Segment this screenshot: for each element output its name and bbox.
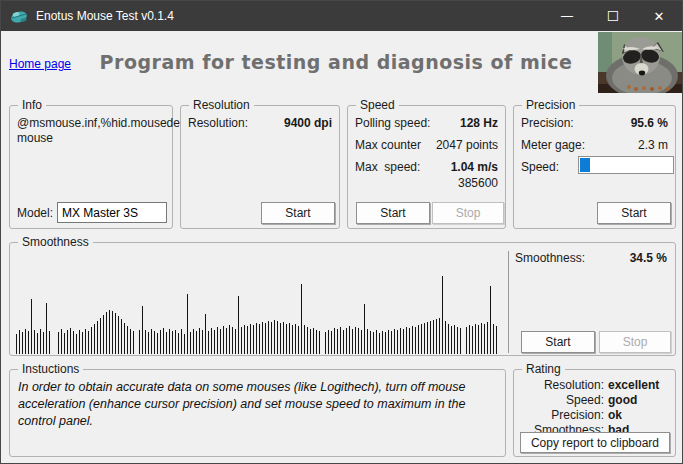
chart-bar xyxy=(496,326,497,354)
rating-legend: Rating xyxy=(522,362,565,377)
chart-bar xyxy=(388,330,389,354)
chart-bar xyxy=(145,330,146,354)
smoothness-start-button[interactable]: Start xyxy=(521,331,595,353)
chart-bar xyxy=(331,331,332,354)
chart-bar xyxy=(379,333,380,354)
precision-start-button[interactable]: Start xyxy=(597,202,671,224)
chart-bar xyxy=(328,330,329,354)
chart-bar xyxy=(361,330,362,354)
window-controls: — ☐ ✕ xyxy=(544,1,682,31)
chart-bar xyxy=(274,320,275,354)
chart-bar xyxy=(298,326,299,354)
chart-bar xyxy=(157,333,158,354)
instructions-text: In order to obtain accurate data on some… xyxy=(18,379,495,430)
chart-bar xyxy=(472,326,473,354)
minimize-button[interactable]: — xyxy=(544,1,590,31)
resolution-start-button[interactable]: Start xyxy=(261,202,335,224)
resolution-value: 9400 dpi xyxy=(284,116,332,130)
smoothness-stop-button[interactable]: Stop xyxy=(599,331,671,353)
smoothness-value: 34.5 % xyxy=(630,251,667,265)
chart-bar xyxy=(97,321,98,354)
chart-bar xyxy=(232,327,233,354)
chart-bar xyxy=(268,321,269,354)
max-speed-value: 1.04 m/s xyxy=(451,160,498,174)
chart-bar xyxy=(34,330,35,354)
chart-bar xyxy=(478,325,479,354)
chart-bar xyxy=(190,332,191,354)
chart-bar xyxy=(364,304,365,354)
chart-bar xyxy=(394,329,395,354)
chart-bar xyxy=(382,331,383,354)
chart-bar xyxy=(352,329,353,354)
chart-bar xyxy=(403,329,404,354)
precision-speed-progressbar xyxy=(578,156,674,174)
chart-bar xyxy=(325,332,326,354)
instructions-group: Instuctions In order to obtain accurate … xyxy=(9,369,506,457)
chart-bar xyxy=(244,325,245,354)
chart-bar xyxy=(31,299,32,354)
speed-start-button[interactable]: Start xyxy=(356,202,430,224)
chart-bar xyxy=(241,327,242,354)
chart-bar xyxy=(424,323,425,354)
smoothness-chart xyxy=(16,274,501,354)
chart-bar xyxy=(127,326,128,354)
chart-bar xyxy=(469,325,470,354)
chart-bar xyxy=(376,330,377,354)
chart-bar xyxy=(373,332,374,354)
chart-bar xyxy=(475,324,476,354)
chart-bar xyxy=(289,323,290,354)
model-input[interactable] xyxy=(57,202,167,223)
chart-bar xyxy=(37,333,38,354)
maximize-button[interactable]: ☐ xyxy=(590,1,636,31)
precision-legend: Precision xyxy=(522,98,579,113)
instructions-legend: Instuctions xyxy=(18,362,83,377)
chart-bar xyxy=(436,319,437,354)
chart-bar xyxy=(346,328,347,354)
chart-bar xyxy=(265,323,266,354)
chart-bar xyxy=(250,324,251,354)
device-info-line2: mouse xyxy=(17,131,53,145)
chart-bar xyxy=(193,329,194,354)
chart-bar xyxy=(79,330,80,354)
chart-bar xyxy=(313,328,314,354)
chart-bar xyxy=(262,322,263,354)
chart-bar xyxy=(334,328,335,354)
home-page-link[interactable]: Home page xyxy=(9,57,71,71)
chart-bar xyxy=(220,329,221,354)
chart-bar xyxy=(43,332,44,354)
rating-group: Rating Resolution: excellent Speed: good… xyxy=(513,369,676,457)
close-button[interactable]: ✕ xyxy=(636,1,682,31)
chart-bar xyxy=(19,330,20,354)
chart-bar xyxy=(247,326,248,354)
chart-bar xyxy=(256,323,257,354)
chart-bar xyxy=(460,328,461,354)
chart-bar xyxy=(22,332,23,354)
chart-bar xyxy=(163,328,164,354)
chart-bar xyxy=(421,324,422,354)
chart-bar xyxy=(49,331,50,354)
chart-bar xyxy=(175,330,176,354)
chart-bar xyxy=(370,331,371,354)
rating-speed-label: Speed: xyxy=(518,393,604,407)
info-legend: Info xyxy=(18,98,46,113)
page-title: Program for testing and diagnosis of mic… xyxy=(81,51,591,73)
chart-bar xyxy=(418,325,419,354)
speed-legend: Speed xyxy=(356,98,399,113)
rating-resolution-value: excellent xyxy=(608,378,669,392)
chart-bar xyxy=(454,325,455,354)
chart-bar xyxy=(64,333,65,354)
raccoon-photo xyxy=(598,32,682,93)
chart-bar xyxy=(187,294,188,354)
chart-bar xyxy=(121,319,122,354)
copy-report-button[interactable]: Copy report to clipboard xyxy=(520,432,670,453)
max-speed-counts-value: 385600 xyxy=(458,176,498,190)
chart-bar xyxy=(451,326,452,354)
chart-bar xyxy=(427,322,428,354)
speed-group: Speed Polling speed: 128 Hz Max counter … xyxy=(347,105,506,229)
chart-bar xyxy=(109,310,110,354)
speed-stop-button[interactable]: Stop xyxy=(432,202,504,224)
smoothness-legend: Smoothness xyxy=(18,235,93,250)
chart-bar xyxy=(490,286,491,354)
chart-bar xyxy=(139,330,140,354)
chart-bar xyxy=(100,318,101,354)
